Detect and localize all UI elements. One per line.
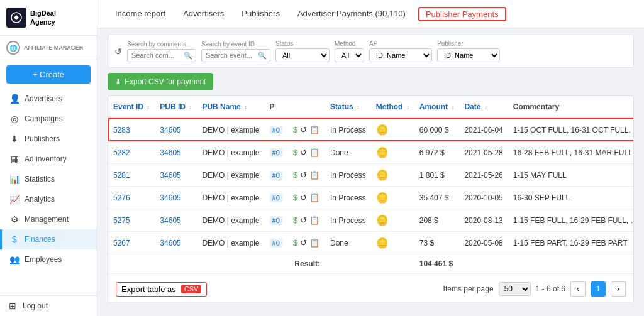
create-button[interactable]: + Create bbox=[6, 65, 91, 84]
status-cell: In Process bbox=[325, 164, 371, 187]
top-nav: Income report Advertisers Publishers Adv… bbox=[97, 0, 644, 28]
col-actions bbox=[287, 96, 325, 118]
refresh-icon[interactable]: ↺ bbox=[299, 124, 308, 135]
actions-cell: $ ↺ 📋 bbox=[287, 118, 325, 141]
table-row: 528134605DEMO | example#0 $ ↺ 📋 In Proce… bbox=[108, 164, 634, 187]
status-label: Status bbox=[275, 40, 330, 47]
pub-id-cell[interactable]: 34605 bbox=[155, 164, 197, 187]
search-comments-label: Search by comments bbox=[127, 41, 196, 48]
pagination: Items per page 50 100 1 - 6 of 6 ‹ 1 › bbox=[443, 281, 626, 297]
next-page-button[interactable]: › bbox=[611, 281, 626, 297]
status-cell: Done bbox=[325, 232, 371, 254]
event-id-cell[interactable]: 5283 bbox=[108, 118, 155, 141]
pub-id-cell[interactable]: 34605 bbox=[155, 232, 197, 254]
search-event-input-wrapper: 🔍 bbox=[201, 49, 270, 62]
tab-publishers[interactable]: Publishers bbox=[234, 0, 287, 28]
tab-income-report[interactable]: Income report bbox=[108, 0, 173, 28]
page-1-button[interactable]: 1 bbox=[591, 281, 606, 297]
p-cell: #0 bbox=[265, 141, 287, 164]
csv-tag[interactable]: CSV bbox=[181, 285, 202, 293]
method-label: Method bbox=[335, 40, 364, 47]
pub-name-cell: DEMO | example bbox=[197, 118, 264, 141]
date-cell: 2020-05-08 bbox=[459, 232, 508, 254]
col-pub-name[interactable]: PUB Name ↕ bbox=[197, 96, 264, 118]
event-id-cell[interactable]: 5276 bbox=[108, 187, 155, 209]
copy-icon[interactable]: 📋 bbox=[309, 192, 320, 203]
event-id-cell[interactable]: 5267 bbox=[108, 232, 155, 254]
col-date[interactable]: Date ↓ bbox=[459, 96, 508, 118]
search-event-group: Search by event ID 🔍 bbox=[201, 41, 270, 62]
refresh-button[interactable]: ↺ bbox=[114, 46, 122, 57]
ad-inventory-icon: ▦ bbox=[9, 154, 19, 164]
pub-id-cell[interactable]: 34605 bbox=[155, 209, 197, 232]
method-cell: 🪙 bbox=[371, 209, 414, 232]
event-id-cell[interactable]: 5282 bbox=[108, 141, 155, 164]
pub-id-cell[interactable]: 34605 bbox=[155, 141, 197, 164]
copy-icon[interactable]: 📋 bbox=[309, 147, 320, 158]
dollar-icon[interactable]: $ bbox=[292, 170, 298, 180]
refresh-icon[interactable]: ↺ bbox=[299, 147, 308, 158]
export-csv-payment-button[interactable]: ⬇ Export CSV for payment bbox=[108, 73, 213, 90]
actions-cell: $ ↺ 📋 bbox=[287, 232, 325, 254]
table-row: 527534605DEMO | example#0 $ ↺ 📋 In Proce… bbox=[108, 209, 634, 232]
pub-name-cell: DEMO | example bbox=[197, 232, 264, 254]
col-status[interactable]: Status ↕ bbox=[325, 96, 371, 118]
actions-cell: $ ↺ 📋 bbox=[287, 141, 325, 164]
items-per-page-select[interactable]: 50 100 bbox=[499, 282, 531, 296]
col-amount[interactable]: Amount ↕ bbox=[414, 96, 460, 118]
tab-advertisers[interactable]: Advertisers bbox=[175, 0, 231, 28]
refresh-icon[interactable]: ↺ bbox=[299, 215, 308, 226]
refresh-icon[interactable]: ↺ bbox=[299, 237, 308, 248]
pub-id-cell[interactable]: 34605 bbox=[155, 187, 197, 209]
dollar-icon[interactable]: $ bbox=[292, 192, 298, 203]
sidebar-item-statistics[interactable]: 📊 Statistics bbox=[0, 169, 97, 189]
pub-name-cell: DEMO | example bbox=[197, 209, 264, 232]
page-content: ↺ Search by comments 🔍 Search by event I… bbox=[97, 28, 644, 316]
tab-advertiser-payments[interactable]: Advertiser Payments (90,110) bbox=[290, 0, 413, 28]
sidebar-item-campaigns[interactable]: ◎ Campaigns bbox=[0, 109, 97, 129]
logout-item[interactable]: ⊞ Log out bbox=[0, 295, 97, 316]
col-method[interactable]: Method ↕ bbox=[371, 96, 414, 118]
event-id-cell[interactable]: 5281 bbox=[108, 164, 155, 187]
employees-icon: 👥 bbox=[9, 254, 19, 264]
col-pub-id[interactable]: PUB ID ↕ bbox=[155, 96, 197, 118]
sidebar-item-label: Employees bbox=[25, 255, 62, 264]
method-cell: 🪙 bbox=[371, 164, 414, 187]
tab-publisher-payments[interactable]: Publisher Payments bbox=[418, 7, 506, 21]
sidebar-item-finances[interactable]: $ Finances bbox=[0, 229, 97, 249]
dollar-icon[interactable]: $ bbox=[292, 237, 298, 248]
statistics-icon: 📊 bbox=[9, 174, 19, 184]
copy-icon[interactable]: 📋 bbox=[309, 124, 320, 135]
prev-page-button[interactable]: ‹ bbox=[570, 281, 586, 297]
sidebar-item-advertisers[interactable]: 👤 Advertisers bbox=[0, 89, 97, 109]
search-comments-input-wrapper: 🔍 bbox=[127, 49, 196, 62]
dollar-icon[interactable]: $ bbox=[292, 147, 298, 158]
method-select[interactable]: All bbox=[335, 48, 364, 62]
method-cell: 🪙 bbox=[371, 232, 414, 254]
event-id-cell[interactable]: 5275 bbox=[108, 209, 155, 232]
refresh-icon[interactable]: ↺ bbox=[299, 192, 308, 203]
dollar-icon[interactable]: $ bbox=[292, 215, 298, 226]
status-select[interactable]: All In Process Done bbox=[275, 48, 330, 62]
affiliate-bar: 🌐 AFFILIATE MANAGER bbox=[0, 36, 97, 60]
col-event-id[interactable]: Event ID ↕ bbox=[108, 96, 155, 118]
search-comments-input[interactable] bbox=[131, 52, 182, 59]
col-p: P bbox=[265, 96, 287, 118]
dollar-icon[interactable]: $ bbox=[292, 124, 298, 135]
actions-cell: $ ↺ 📋 bbox=[287, 187, 325, 209]
commentary-cell: 16-30 SEP FULL bbox=[508, 187, 634, 209]
sidebar-item-publishers[interactable]: ⬇ Publishers bbox=[0, 129, 97, 149]
refresh-icon[interactable]: ↺ bbox=[299, 170, 308, 180]
sidebar-item-analytics[interactable]: 📈 Analytics bbox=[0, 189, 97, 209]
sidebar-item-ad-inventory[interactable]: ▦ Ad inventory bbox=[0, 149, 97, 169]
sidebar-item-management[interactable]: ⚙ Management bbox=[0, 209, 97, 229]
pub-id-cell[interactable]: 34605 bbox=[155, 118, 197, 141]
copy-icon[interactable]: 📋 bbox=[309, 170, 320, 180]
ap-select[interactable]: ID, Name bbox=[369, 48, 432, 62]
copy-icon[interactable]: 📋 bbox=[309, 237, 320, 248]
advertisers-icon: 👤 bbox=[9, 94, 19, 104]
publisher-select[interactable]: ID, Name bbox=[437, 48, 500, 62]
search-event-input[interactable] bbox=[206, 52, 256, 59]
sidebar-item-employees[interactable]: 👥 Employees bbox=[0, 249, 97, 270]
copy-icon[interactable]: 📋 bbox=[309, 215, 320, 226]
